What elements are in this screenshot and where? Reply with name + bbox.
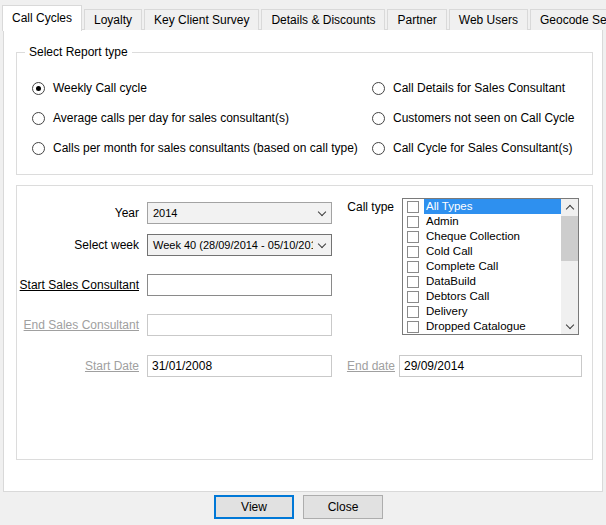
end-date-input[interactable] (399, 355, 582, 377)
radio-label: Call Details for Sales Consultant (393, 81, 565, 95)
checkbox-icon[interactable] (407, 321, 419, 333)
checkbox-icon[interactable] (407, 276, 419, 288)
week-select[interactable]: Week 40 (28/09/2014 - 05/10/201 (147, 234, 332, 256)
call-type-items: All Types Admin Cheque Collection Cold C… (403, 199, 561, 334)
end-sales-consultant-label: End Sales Consultant (17, 318, 139, 332)
radio-average-calls-per-day[interactable]: Average calls per day for sales consulta… (32, 111, 289, 125)
radio-call-details[interactable]: Call Details for Sales Consultant (372, 81, 565, 95)
radio-label: Weekly Call cycle (53, 81, 147, 95)
report-type-group-title: Select Report type (25, 45, 132, 59)
select-week-label: Select week (17, 238, 139, 252)
checkbox-icon[interactable] (407, 246, 419, 258)
list-item-delivery[interactable]: Delivery (403, 304, 561, 319)
list-item-debtors-call[interactable]: Debtors Call (403, 289, 561, 304)
list-item-label: Cheque Collection (424, 229, 561, 244)
list-item-admin[interactable]: Admin (403, 214, 561, 229)
year-select[interactable]: 2014 (147, 202, 332, 224)
list-item-dropped-catalogue[interactable]: Dropped Catalogue (403, 319, 561, 334)
radio-label: Average calls per day for sales consulta… (53, 111, 289, 125)
call-type-label: Call type (317, 200, 394, 214)
list-item-label: DataBuild (424, 274, 561, 289)
chevron-down-icon (313, 244, 331, 247)
year-label: Year (17, 206, 139, 220)
radio-icon (372, 112, 385, 125)
tab-web-users[interactable]: Web Users (449, 9, 528, 30)
radio-calls-per-month[interactable]: Calls per month for sales consultants (b… (32, 141, 358, 155)
radio-icon (32, 112, 45, 125)
week-selected-value: Week 40 (28/09/2014 - 05/10/201 (148, 239, 313, 251)
list-item-label: Delivery (424, 304, 561, 319)
radio-selected-icon (32, 82, 45, 95)
list-item-cheque-collection[interactable]: Cheque Collection (403, 229, 561, 244)
tab-page-call-cycles: Select Report type Weekly Call cycle Ave… (3, 29, 603, 492)
scroll-up-icon[interactable] (561, 199, 578, 215)
tab-call-cycles[interactable]: Call Cycles (2, 5, 82, 31)
list-item-label: Debtors Call (424, 289, 561, 304)
start-sales-consultant-input[interactable] (147, 274, 332, 296)
list-item-label: Complete Call (424, 259, 561, 274)
tab-geocode-service-results[interactable]: Geocode Service Results (530, 9, 606, 30)
tab-partner[interactable]: Partner (387, 9, 446, 30)
list-item-label: All Types (424, 199, 561, 214)
radio-call-cycle-for-consultant[interactable]: Call Cycle for Sales Consultant(s) (372, 141, 572, 155)
radio-icon (372, 142, 385, 155)
tab-loyalty[interactable]: Loyalty (84, 9, 142, 30)
tab-key-client-survey[interactable]: Key Client Survey (144, 9, 259, 30)
list-item-complete-call[interactable]: Complete Call (403, 259, 561, 274)
call-type-scrollbar[interactable] (561, 199, 578, 334)
year-selected-value: 2014 (148, 207, 313, 219)
list-item-all-types[interactable]: All Types (403, 199, 561, 214)
checkbox-icon[interactable] (407, 216, 419, 228)
checkbox-icon[interactable] (407, 306, 419, 318)
list-item-label: Admin (424, 214, 561, 229)
checkbox-icon[interactable] (407, 261, 419, 273)
scroll-down-icon[interactable] (561, 318, 578, 334)
list-item-databuild[interactable]: DataBuild (403, 274, 561, 289)
radio-icon (372, 82, 385, 95)
radio-customers-not-seen[interactable]: Customers not seen on Call Cycle (372, 111, 574, 125)
start-sales-consultant-label: Start Sales Consultant (17, 278, 139, 292)
tab-details-discounts[interactable]: Details & Discounts (261, 9, 385, 30)
start-date-label: Start Date (17, 359, 139, 373)
view-button[interactable]: View (214, 495, 294, 519)
list-item-cold-call[interactable]: Cold Call (403, 244, 561, 259)
start-date-input[interactable] (147, 355, 332, 377)
checkbox-icon[interactable] (407, 201, 419, 213)
end-date-label: End date (317, 359, 395, 373)
tab-strip: Call Cycles Loyalty Key Client Survey De… (2, 3, 606, 30)
list-item-label: Dropped Catalogue (424, 319, 561, 334)
report-dialog: Call Cycles Loyalty Key Client Survey De… (0, 0, 606, 525)
report-type-groupbox: Select Report type Weekly Call cycle Ave… (16, 52, 593, 175)
close-button[interactable]: Close (303, 495, 383, 519)
scrollbar-thumb[interactable] (561, 216, 578, 261)
radio-label: Call Cycle for Sales Consultant(s) (393, 141, 572, 155)
call-type-listbox[interactable]: All Types Admin Cheque Collection Cold C… (402, 198, 579, 335)
radio-icon (32, 142, 45, 155)
radio-label: Customers not seen on Call Cycle (393, 111, 574, 125)
radio-weekly-call-cycle[interactable]: Weekly Call cycle (32, 81, 147, 95)
filters-groupbox: Year 2014 Select week Week 40 (28/09/201… (16, 185, 593, 460)
checkbox-icon[interactable] (407, 291, 419, 303)
radio-label: Calls per month for sales consultants (b… (53, 141, 358, 155)
list-item-label: Cold Call (424, 244, 561, 259)
end-sales-consultant-input[interactable] (147, 314, 332, 336)
checkbox-icon[interactable] (407, 231, 419, 243)
